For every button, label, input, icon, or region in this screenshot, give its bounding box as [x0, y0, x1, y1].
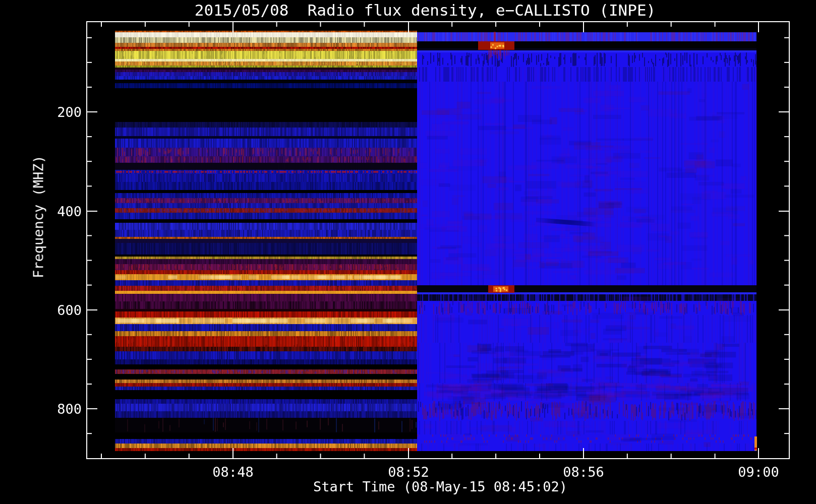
x-tick-label-08:56: 08:56 — [548, 464, 619, 480]
x-axis-label: Start Time (08-May-15 08:45:02) — [289, 479, 592, 494]
y-tick-label-400: 400 — [46, 204, 82, 219]
y-axis-label: Frequency (MHZ) — [31, 155, 46, 278]
chart-title: 2015/05/08 Radio flux density, e−CALLIST… — [72, 1, 778, 19]
spectrogram-figure: 2015/05/08 Radio flux density, e−CALLIST… — [0, 0, 816, 504]
y-tick-label-600: 600 — [46, 302, 82, 318]
x-tick-label-08:52: 08:52 — [373, 464, 444, 480]
spectrogram-plot-canvas — [0, 0, 816, 504]
x-tick-label-09:00: 09:00 — [723, 464, 794, 480]
x-tick-label-08:48: 08:48 — [198, 464, 268, 480]
y-tick-label-200: 200 — [46, 104, 82, 120]
y-tick-label-800: 800 — [46, 401, 82, 417]
